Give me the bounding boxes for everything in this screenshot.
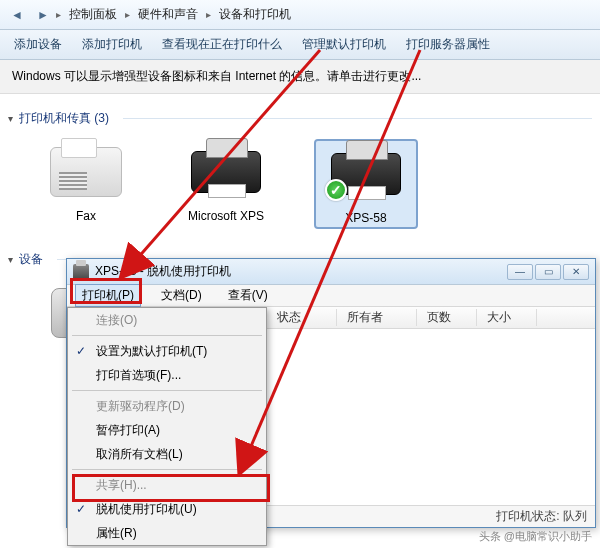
collapse-icon: ▾: [8, 254, 13, 265]
col-owner[interactable]: 所有者: [337, 309, 417, 326]
menu-view[interactable]: 查看(V): [222, 285, 274, 306]
crumb-devices-printers[interactable]: 设备和打印机: [215, 4, 295, 25]
info-bar-text: Windows 可以显示增强型设备图标和来自 Internet 的信息。请单击进…: [12, 69, 421, 83]
default-check-icon: ✓: [325, 179, 347, 201]
window-menubar: 打印机(P) 文档(D) 查看(V): [67, 285, 595, 307]
printer-small-icon: [73, 264, 89, 280]
toolbar-view-printing[interactable]: 查看现在正在打印什么: [162, 36, 282, 53]
watermark: 头条 @电脑常识小助手: [479, 529, 592, 544]
menu-pause[interactable]: 暂停打印(A): [68, 418, 266, 442]
maximize-button[interactable]: ▭: [535, 264, 561, 280]
group-printers-title: 打印机和传真 (3): [19, 110, 109, 127]
toolbar-add-printer[interactable]: 添加打印机: [82, 36, 142, 53]
col-pages[interactable]: 页数: [417, 309, 477, 326]
breadcrumb[interactable]: ▸ 控制面板 ▸ 硬件和声音 ▸ 设备和打印机: [56, 4, 295, 25]
device-label: XPS-58: [345, 211, 386, 225]
menu-print-prefs[interactable]: 打印首选项(F)...: [68, 363, 266, 387]
toolbar: 添加设备 添加打印机 查看现在正在打印什么 管理默认打印机 打印服务器属性: [0, 30, 600, 60]
menu-share: 共享(H)...: [68, 473, 266, 497]
menu-separator: [72, 390, 262, 391]
crumb-control-panel[interactable]: 控制面板: [65, 4, 121, 25]
device-xps-58[interactable]: ✓ XPS-58: [316, 141, 416, 227]
menu-printer[interactable]: 打印机(P): [75, 284, 141, 307]
nav-fwd-icon[interactable]: ►: [30, 4, 56, 26]
device-label: Fax: [76, 209, 96, 223]
close-button[interactable]: ✕: [563, 264, 589, 280]
toolbar-print-server-props[interactable]: 打印服务器属性: [406, 36, 490, 53]
printer-icon: [191, 151, 261, 193]
crumb-sep-icon: ▸: [125, 9, 130, 20]
group-devices-title: 设备: [19, 251, 43, 268]
crumb-hardware-sound[interactable]: 硬件和声音: [134, 4, 202, 25]
printer-queue-window: XPS-58 - 脱机使用打印机 — ▭ ✕ 打印机(P) 文档(D) 查看(V…: [66, 258, 596, 528]
menu-props[interactable]: 属性(R): [68, 521, 266, 545]
toolbar-manage-default[interactable]: 管理默认打印机: [302, 36, 386, 53]
collapse-icon: ▾: [8, 113, 13, 124]
menu-set-default[interactable]: ✓设置为默认打印机(T): [68, 339, 266, 363]
device-microsoft-xps[interactable]: Microsoft XPS: [176, 141, 276, 227]
crumb-sep-icon: ▸: [56, 9, 61, 20]
menu-separator: [72, 469, 262, 470]
menu-offline[interactable]: ✓脱机使用打印机(U): [68, 497, 266, 521]
window-titlebar[interactable]: XPS-58 - 脱机使用打印机 — ▭ ✕: [67, 259, 595, 285]
menu-connect: 连接(O): [68, 308, 266, 332]
divider: [123, 118, 592, 119]
toolbar-add-device[interactable]: 添加设备: [14, 36, 62, 53]
crumb-sep-icon: ▸: [206, 9, 211, 20]
fax-icon: [50, 147, 122, 197]
minimize-button[interactable]: —: [507, 264, 533, 280]
check-icon: ✓: [76, 344, 86, 358]
printers-row: Fax Microsoft XPS ✓ XPS-58: [6, 135, 594, 233]
menu-update-driver: 更新驱动程序(D): [68, 394, 266, 418]
check-icon: ✓: [76, 502, 86, 516]
info-bar[interactable]: Windows 可以显示增强型设备图标和来自 Internet 的信息。请单击进…: [0, 60, 600, 94]
nav-back-icon[interactable]: ◄: [4, 4, 30, 26]
menu-cancel-all[interactable]: 取消所有文档(L): [68, 442, 266, 466]
statusbar-text: 打印机状态: 队列: [496, 508, 587, 525]
col-status[interactable]: 状态: [267, 309, 337, 326]
window-title: XPS-58 - 脱机使用打印机: [95, 263, 501, 280]
printer-menu-dropdown: 连接(O) ✓设置为默认打印机(T) 打印首选项(F)... 更新驱动程序(D)…: [67, 307, 267, 546]
menu-document[interactable]: 文档(D): [155, 285, 208, 306]
address-bar: ◄ ► ▸ 控制面板 ▸ 硬件和声音 ▸ 设备和打印机: [0, 0, 600, 30]
device-fax[interactable]: Fax: [36, 141, 136, 227]
group-printers-header[interactable]: ▾ 打印机和传真 (3): [6, 106, 594, 135]
device-label: Microsoft XPS: [188, 209, 264, 223]
menu-separator: [72, 335, 262, 336]
col-size[interactable]: 大小: [477, 309, 537, 326]
